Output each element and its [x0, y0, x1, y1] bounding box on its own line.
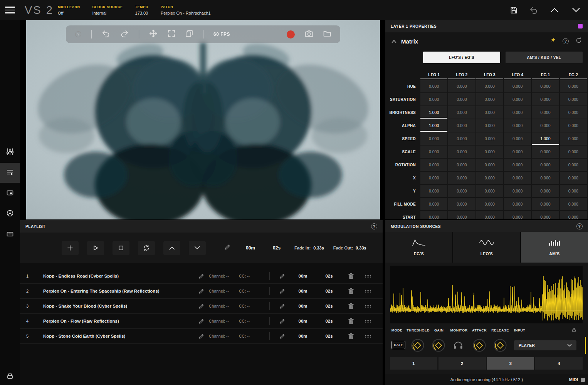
matrix-cell[interactable]: 0.000 — [532, 146, 559, 158]
stop-button[interactable] — [113, 241, 129, 255]
matrix-cell[interactable]: 0.000 — [476, 159, 503, 171]
record-button[interactable] — [287, 30, 295, 38]
help-icon[interactable]: ? — [75, 31, 81, 37]
input-select[interactable]: PLAYER — [514, 340, 576, 350]
matrix-cell[interactable]: 0.000 — [560, 185, 587, 197]
threshold-knob[interactable] — [411, 338, 425, 352]
am-slot-button[interactable]: 4 — [535, 357, 583, 370]
drag-handle-icon[interactable] — [360, 333, 375, 339]
matrix-cell[interactable]: 0.000 — [448, 106, 475, 119]
redo-icon[interactable] — [120, 30, 129, 39]
collapse-icon[interactable] — [391, 38, 396, 45]
help-icon[interactable]: ? — [576, 223, 583, 229]
tempo-field[interactable]: TEMPO 173.00 — [135, 5, 149, 15]
matrix-cell[interactable]: 1.000 — [532, 132, 559, 145]
camera-icon[interactable] — [305, 30, 313, 39]
clock-source-field[interactable]: CLOCK SOURCE Internal — [92, 5, 123, 15]
move-up-button[interactable] — [163, 241, 180, 255]
playlist-row[interactable]: 3Kopp - Shake Your Blood (Cyber Spells)C… — [20, 299, 383, 314]
matrix-cell[interactable]: 0.000 — [560, 119, 587, 132]
delete-item-icon[interactable] — [342, 273, 360, 279]
drag-handle-icon[interactable] — [360, 273, 375, 279]
matrix-cell[interactable]: 0.000 — [448, 198, 475, 210]
matrix-cell[interactable]: 0.000 — [532, 198, 559, 210]
matrix-cell[interactable]: 0.000 — [476, 211, 503, 219]
edit-duration-icon[interactable] — [274, 273, 290, 279]
monitor-headphones-icon[interactable] — [453, 340, 463, 351]
delete-item-icon[interactable] — [342, 318, 360, 324]
tab-lfos[interactable]: LFO'S — [453, 232, 520, 263]
matrix-cell[interactable]: 0.000 — [532, 106, 559, 119]
matrix-cell[interactable]: 0.000 — [504, 106, 531, 119]
undo-icon[interactable] — [102, 30, 110, 39]
mode-gate-button[interactable]: GATE — [391, 341, 405, 349]
am-slot-button[interactable]: 1 — [390, 357, 437, 370]
matrix-cell[interactable]: 0.000 — [448, 211, 475, 219]
matrix-cell[interactable]: 0.000 — [420, 93, 447, 105]
matrix-cell[interactable]: 0.000 — [420, 198, 447, 210]
sidebar-item-keyboard[interactable] — [0, 225, 20, 245]
attack-knob[interactable] — [472, 338, 486, 352]
delete-item-icon[interactable] — [342, 333, 360, 339]
tab-egs[interactable]: EG'S — [385, 232, 452, 263]
matrix-cell[interactable]: 0.000 — [504, 132, 531, 145]
matrix-cell[interactable]: 0.000 — [504, 80, 531, 92]
loop-button[interactable] — [138, 241, 155, 255]
matrix-cell[interactable]: 0.000 — [560, 211, 587, 219]
fade-out-field[interactable]: Fade Out: 0.33s — [333, 246, 366, 250]
matrix-cell[interactable]: 0.000 — [532, 93, 559, 105]
matrix-cell[interactable]: 0.000 — [448, 132, 475, 145]
matrix-cell[interactable]: 0.000 — [420, 132, 447, 145]
gain-knob[interactable] — [432, 338, 445, 352]
folder-icon[interactable] — [323, 30, 331, 38]
matrix-cell[interactable]: 0.000 — [420, 185, 447, 197]
matrix-cell[interactable]: 0.000 — [476, 80, 503, 92]
sidebar-item-mixer[interactable] — [0, 142, 20, 162]
midi-learn-field[interactable]: MIDI LEARN Off — [58, 5, 80, 15]
tab-ams[interactable]: AM'S — [521, 232, 588, 263]
playlist-duration-seconds[interactable]: 02s — [273, 245, 281, 251]
matrix-cell[interactable]: 0.000 — [532, 172, 559, 184]
am-slot-button[interactable]: 3 — [487, 357, 534, 370]
release-knob[interactable] — [493, 338, 507, 352]
add-item-button[interactable] — [62, 241, 79, 255]
midi-button[interactable]: MIDI — [569, 377, 578, 382]
menu-icon[interactable] — [0, 0, 20, 20]
layer-color-indicator[interactable] — [578, 24, 583, 28]
matrix-cell[interactable]: 0.000 — [504, 185, 531, 197]
playlist-row[interactable]: 2Perplex On - Entering The Spaceship (Ra… — [20, 284, 383, 299]
matrix-cell[interactable]: 0.000 — [448, 146, 475, 158]
matrix-cell[interactable]: 0.000 — [448, 172, 475, 184]
matrix-cell[interactable]: 0.000 — [448, 80, 475, 92]
matrix-cell[interactable]: 0.000 — [560, 93, 587, 105]
matrix-cell[interactable]: 0.000 — [420, 172, 447, 184]
delete-item-icon[interactable] — [342, 303, 360, 309]
edit-midi-icon[interactable] — [193, 318, 209, 324]
matrix-cell[interactable]: 0.000 — [420, 146, 447, 158]
help-icon[interactable]: ? — [563, 38, 569, 44]
edit-midi-icon[interactable] — [193, 303, 209, 309]
matrix-cell[interactable]: 0.000 — [476, 146, 503, 158]
edit-midi-icon[interactable] — [193, 288, 209, 294]
fullscreen-icon[interactable] — [168, 30, 175, 39]
patch-field[interactable]: PATCH Perplex On - Rohrschach1 — [161, 5, 211, 15]
matrix-cell[interactable]: 0.000 — [476, 198, 503, 210]
pin-icon[interactable] — [550, 38, 556, 45]
matrix-cell[interactable]: 1.000 — [420, 106, 447, 119]
matrix-cell[interactable]: 0.000 — [476, 132, 503, 145]
matrix-cell[interactable]: 0.000 — [476, 93, 503, 105]
matrix-cell[interactable]: 0.000 — [448, 119, 475, 132]
undo-icon[interactable] — [529, 6, 538, 14]
layers-icon[interactable] — [185, 30, 193, 39]
edit-duration-icon[interactable] — [274, 303, 290, 309]
drag-handle-icon[interactable] — [360, 303, 375, 309]
matrix-cell[interactable]: 0.000 — [420, 80, 447, 92]
fade-in-field[interactable]: Fade In: 0.33s — [294, 246, 324, 250]
sidebar-item-media[interactable] — [0, 184, 20, 204]
edit-playlist-icon[interactable] — [224, 244, 230, 252]
drag-handle-icon[interactable] — [360, 288, 375, 294]
matrix-cell[interactable]: 0.000 — [560, 198, 587, 210]
edit-duration-icon[interactable] — [274, 333, 290, 339]
edit-midi-icon[interactable] — [193, 273, 209, 279]
matrix-cell[interactable]: 1.000 — [420, 119, 447, 132]
